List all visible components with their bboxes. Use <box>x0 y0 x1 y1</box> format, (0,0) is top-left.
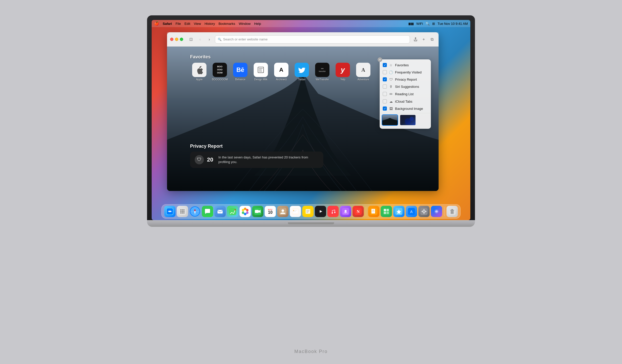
dock-item-podcasts[interactable] <box>340 206 351 217</box>
dock-item-reminders[interactable] <box>290 206 301 217</box>
favorite-boooom[interactable]: BOOOOOOOM BOOOOOOM <box>211 63 229 81</box>
customize-item-frequently-visited[interactable]: 🕐 Frequently Visited <box>380 69 431 76</box>
customize-item-favorites[interactable]: ✓ ☆ Favorites <box>380 61 431 69</box>
dock-item-photos[interactable] <box>240 206 251 217</box>
dock-item-siri[interactable] <box>431 206 442 217</box>
customize-item-reading-list[interactable]: ∞ Reading List <box>380 90 431 98</box>
privacy-tracker-count: 20 <box>207 156 213 163</box>
dock-item-mail[interactable] <box>214 206 226 217</box>
menubar: 🍎 Safari File Edit View History Bookmark… <box>152 20 470 27</box>
customize-item-background-image[interactable]: ✓ 🖼 Background Image <box>380 105 431 112</box>
dock-item-news[interactable]: N <box>353 206 364 217</box>
dock-item-notes[interactable] <box>302 206 314 217</box>
favorite-boooom-icon: BOOOOOOOM <box>213 63 227 77</box>
control-center-icon[interactable]: ⊞ <box>432 22 435 26</box>
dock-item-safari[interactable] <box>189 206 201 217</box>
favorite-yelp[interactable]: y Yelp <box>334 63 352 81</box>
customize-checkbox-favorites: ✓ <box>383 63 387 67</box>
favorite-wetransfer-icon: wetransfer <box>315 63 329 77</box>
dock-item-calendar[interactable]: NOV 10 <box>265 206 276 217</box>
svg-rect-72 <box>372 211 375 212</box>
background-thumbnails <box>380 113 431 127</box>
svg-text:N: N <box>357 209 360 214</box>
dock-container: NOV 10 <box>152 204 470 219</box>
menubar-edit[interactable]: Edit <box>184 22 190 26</box>
menubar-app-name[interactable]: Safari <box>163 22 172 26</box>
dock-item-numbers[interactable] <box>381 206 392 217</box>
favorite-boooom-label: BOOOOOOM <box>212 78 228 81</box>
favorite-apple[interactable]: Apple <box>190 63 209 81</box>
customize-close-button[interactable]: ✕ <box>378 57 382 62</box>
tab-overview-button[interactable]: ⧉ <box>428 36 436 43</box>
menubar-view[interactable]: View <box>194 22 201 26</box>
sidebar-toggle-button[interactable]: ⊡ <box>187 36 194 43</box>
svg-point-61 <box>332 212 333 214</box>
favorite-behance[interactable]: Bē Behance <box>231 63 250 81</box>
privacy-shield-icon: 🛡 <box>195 155 204 164</box>
menubar-file[interactable]: File <box>175 22 181 26</box>
maximize-button[interactable] <box>180 38 183 41</box>
svg-point-17 <box>183 211 185 212</box>
dock-item-appstore[interactable]: A <box>406 206 417 217</box>
dock-item-contacts[interactable] <box>277 206 288 217</box>
safari-content: Favorites <box>167 47 439 191</box>
search-menu-icon[interactable]: 🔍 <box>426 22 430 26</box>
customize-item-siri-suggestions[interactable]: 🎙 Siri Suggestions <box>380 83 431 90</box>
favorite-twitter-icon <box>295 63 309 77</box>
apple-menu[interactable]: 🍎 <box>154 21 159 26</box>
dock-item-launchpad[interactable] <box>177 206 188 217</box>
svg-point-12 <box>180 209 182 211</box>
favorite-wetransfer[interactable]: wetransfer WeTransfer <box>313 63 331 81</box>
background-thumb-dark[interactable] <box>400 114 416 126</box>
dock-item-keynote[interactable] <box>393 206 405 217</box>
favorite-wetransfer-label: WeTransfer <box>316 78 329 81</box>
customize-item-privacy-report[interactable]: ✓ 🛡 Privacy Report <box>380 76 431 83</box>
menubar-right: ▮▮▮ WiFi 🔍 ⊞ Tue Nov 10 9:41 AM <box>408 22 468 26</box>
customize-checkbox-privacy-report: ✓ <box>383 77 387 81</box>
dock-item-finder[interactable] <box>164 206 175 217</box>
svg-point-18 <box>180 212 182 214</box>
svg-point-41 <box>244 210 247 213</box>
svg-point-33 <box>235 209 236 210</box>
dock-item-trash[interactable] <box>447 206 458 217</box>
menubar-bookmarks[interactable]: Bookmarks <box>219 22 235 26</box>
dock-item-facetime[interactable] <box>252 206 263 217</box>
back-button[interactable]: ‹ <box>196 36 204 43</box>
privacy-report-card[interactable]: 🛡 20 In the last seven days, Safari has … <box>190 152 323 168</box>
reading-list-icon: ∞ <box>389 92 393 96</box>
menubar-window[interactable]: Window <box>239 22 251 26</box>
wifi-icon: WiFi <box>416 22 423 26</box>
svg-rect-78 <box>387 212 389 214</box>
dock-item-maps[interactable] <box>227 206 238 217</box>
customize-item-icloud-tabs[interactable]: ☁ iCloud Tabs <box>380 98 431 105</box>
customize-dropdown: ✕ ✓ ☆ Favorites <box>380 59 431 129</box>
safari-window: ⊡ ‹ › 🔍 Search or enter website name <box>167 32 439 191</box>
screen-bezel: 🍎 Safari File Edit View History Bookmark… <box>147 15 475 220</box>
privacy-tracker-text: In the last seven days, Safari has preve… <box>218 155 319 164</box>
dock-item-music[interactable] <box>327 206 339 217</box>
share-button[interactable] <box>412 36 419 43</box>
dock-item-system-preferences[interactable] <box>418 206 430 217</box>
menubar-help[interactable]: Help <box>254 22 261 26</box>
dock-item-messages[interactable] <box>202 206 213 217</box>
url-bar[interactable]: 🔍 Search or enter website name <box>215 35 410 44</box>
forward-button[interactable]: › <box>206 36 213 43</box>
dock-item-appletv[interactable] <box>315 206 326 217</box>
customize-checkbox-siri-suggestions <box>383 84 387 89</box>
favorite-twitter[interactable]: Twitter <box>293 63 311 81</box>
url-bar-placeholder: Search or enter website name <box>223 37 267 41</box>
favorite-archinect[interactable]: A Archinect <box>272 63 291 81</box>
favorite-designmilk[interactable]: Design Milk <box>252 63 270 81</box>
favorite-designmilk-label: Design Milk <box>254 78 267 81</box>
new-tab-button[interactable]: + <box>420 36 427 43</box>
dock-item-pages[interactable] <box>368 206 379 217</box>
minimize-button[interactable] <box>175 38 178 41</box>
menubar-history[interactable]: History <box>204 22 215 26</box>
svg-rect-43 <box>255 210 259 213</box>
svg-rect-73 <box>372 212 374 212</box>
close-button[interactable] <box>170 38 173 41</box>
favorite-adventure[interactable]: A Adventure <box>354 63 372 81</box>
svg-point-64 <box>345 210 347 212</box>
background-thumb-mountain[interactable] <box>382 114 398 126</box>
macos-desktop: 🍎 Safari File Edit View History Bookmark… <box>152 20 470 220</box>
